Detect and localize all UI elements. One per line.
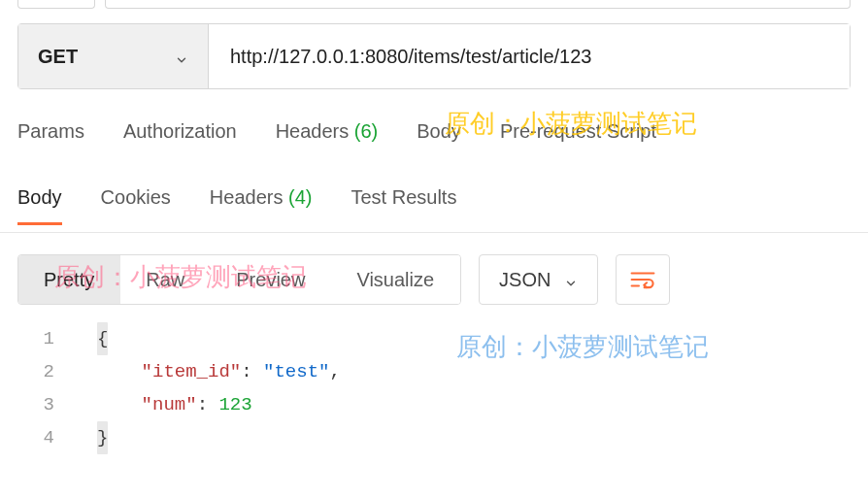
wrap-lines-icon <box>630 269 655 290</box>
chevron-down-icon <box>564 273 578 286</box>
response-body-code[interactable]: 1 { 2 "item_id": "test", 3 "num": 123 4 … <box>25 322 851 454</box>
view-raw[interactable]: Raw <box>120 255 211 304</box>
response-tabs: Body Cookies Headers (4) Test Results <box>0 186 868 233</box>
tab-request-headers[interactable]: Headers (6) <box>276 120 379 143</box>
request-tabs: Params Authorization Headers (6) Body Pr… <box>17 120 860 143</box>
tab-params[interactable]: Params <box>17 120 84 143</box>
tab-response-body[interactable]: Body <box>17 186 62 225</box>
format-select[interactable]: JSON <box>479 254 598 305</box>
view-preview[interactable]: Preview <box>211 255 331 304</box>
tab-authorization[interactable]: Authorization <box>123 120 237 143</box>
line-number: 3 <box>25 388 68 421</box>
view-pretty[interactable]: Pretty <box>18 255 120 304</box>
line-number: 4 <box>25 421 68 454</box>
tab-cookies[interactable]: Cookies <box>101 186 171 222</box>
view-visualize[interactable]: Visualize <box>331 255 460 304</box>
tab-request-body[interactable]: Body <box>417 120 461 143</box>
tab-prerequest[interactable]: Pre-request Script <box>500 120 656 143</box>
tab-response-headers[interactable]: Headers (4) <box>210 186 313 222</box>
view-controls: Pretty Raw Preview Visualize JSON <box>17 254 851 305</box>
chevron-down-icon <box>175 50 188 63</box>
wrap-lines-button[interactable] <box>616 254 670 305</box>
line-number: 2 <box>25 355 68 388</box>
top-tab-stubs <box>0 0 868 11</box>
format-label: JSON <box>499 269 551 291</box>
view-mode-segment: Pretty Raw Preview Visualize <box>17 254 461 305</box>
request-row: GET http://127.0.0.1:8080/items/test/art… <box>17 23 851 89</box>
tab-test-results[interactable]: Test Results <box>351 186 456 222</box>
http-method-select[interactable]: GET <box>18 24 209 88</box>
http-method-label: GET <box>38 46 78 68</box>
url-input[interactable]: http://127.0.0.1:8080/items/test/article… <box>209 24 850 88</box>
line-number: 1 <box>25 322 68 355</box>
url-text: http://127.0.0.1:8080/items/test/article… <box>230 46 591 68</box>
